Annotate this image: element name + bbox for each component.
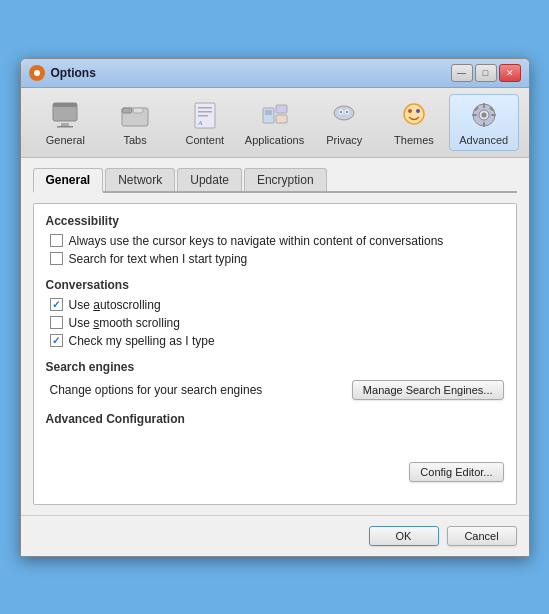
checkbox-search-typing[interactable] xyxy=(50,252,63,265)
title-controls: — □ ✕ xyxy=(451,64,521,82)
svg-point-24 xyxy=(408,109,412,113)
toolbar-label-advanced: Advanced xyxy=(459,134,508,146)
option-smooth-scrolling: Use smooth scrolling xyxy=(46,316,504,330)
minimize-button[interactable]: — xyxy=(451,64,473,82)
svg-point-18 xyxy=(334,106,354,120)
footer: OK Cancel xyxy=(21,515,529,556)
toolbar-label-content: Content xyxy=(186,134,225,146)
tab-encryption[interactable]: Encryption xyxy=(244,168,327,191)
option-cursor-keys: Always use the cursor keys to navigate w… xyxy=(46,234,504,248)
config-editor-button[interactable]: Config Editor... xyxy=(409,462,503,482)
toolbar-item-tabs[interactable]: Tabs xyxy=(100,94,170,151)
ok-button[interactable]: OK xyxy=(369,526,439,546)
toolbar-label-privacy: Privacy xyxy=(326,134,362,146)
svg-rect-30 xyxy=(483,122,485,127)
title-bar-left: Options xyxy=(29,65,96,81)
svg-rect-16 xyxy=(276,105,287,113)
advanced-config-title: Advanced Configuration xyxy=(46,412,504,426)
label-smooth-scrolling: Use smooth scrolling xyxy=(69,316,180,330)
privacy-icon xyxy=(328,99,360,131)
toolbar-item-privacy[interactable]: Privacy xyxy=(309,94,379,151)
search-engines-row: Change options for your search engines M… xyxy=(46,380,504,400)
toolbar-label-themes: Themes xyxy=(394,134,434,146)
svg-rect-32 xyxy=(491,114,496,116)
tab-general[interactable]: General xyxy=(33,168,104,193)
label-autoscrolling: Use autoscrolling xyxy=(69,298,161,312)
search-engines-title: Search engines xyxy=(46,360,504,374)
app-icon xyxy=(29,65,45,81)
svg-point-28 xyxy=(481,112,486,117)
toolbar-item-general[interactable]: General xyxy=(31,94,101,151)
advanced-config-section: Advanced Configuration Config Editor... xyxy=(46,412,504,482)
toolbar-item-content[interactable]: A Content xyxy=(170,94,240,151)
toolbar: General Tabs A xyxy=(21,88,529,158)
title-bar: Options — □ ✕ xyxy=(21,59,529,88)
svg-rect-31 xyxy=(472,114,477,116)
option-spell-check: Check my spelling as I type xyxy=(46,334,504,348)
settings-panel: Accessibility Always use the cursor keys… xyxy=(33,203,517,505)
window-title: Options xyxy=(51,66,96,80)
advanced-icon xyxy=(468,99,500,131)
svg-rect-4 xyxy=(61,123,69,126)
svg-rect-10 xyxy=(198,107,212,109)
conversations-title: Conversations xyxy=(46,278,504,292)
search-engines-label: Change options for your search engines xyxy=(50,383,263,397)
svg-text:A: A xyxy=(197,119,203,127)
applications-icon xyxy=(259,99,291,131)
content-icon: A xyxy=(189,99,221,131)
toolbar-label-tabs: Tabs xyxy=(123,134,146,146)
tabs-icon xyxy=(119,99,151,131)
tab-bar: General Network Update Encryption xyxy=(33,168,517,193)
svg-rect-7 xyxy=(122,108,132,113)
svg-rect-17 xyxy=(276,115,287,123)
svg-rect-8 xyxy=(133,108,143,113)
options-window: Options — □ ✕ General xyxy=(20,58,530,557)
option-autoscrolling: Use autoscrolling xyxy=(46,298,504,312)
toolbar-item-applications[interactable]: Applications xyxy=(240,94,310,151)
svg-rect-11 xyxy=(198,111,212,113)
svg-rect-15 xyxy=(265,110,272,115)
manage-search-engines-button[interactable]: Manage Search Engines... xyxy=(352,380,504,400)
svg-rect-29 xyxy=(483,103,485,108)
toolbar-label-general: General xyxy=(46,134,85,146)
search-engines-section: Search engines Change options for your s… xyxy=(46,360,504,400)
accessibility-title: Accessibility xyxy=(46,214,504,228)
svg-point-21 xyxy=(340,110,342,113)
svg-rect-3 xyxy=(53,103,77,107)
svg-rect-12 xyxy=(198,115,208,117)
tab-network[interactable]: Network xyxy=(105,168,175,191)
toolbar-item-themes[interactable]: Themes xyxy=(379,94,449,151)
label-cursor-keys: Always use the cursor keys to navigate w… xyxy=(69,234,444,248)
checkbox-smooth-scrolling[interactable] xyxy=(50,316,63,329)
checkbox-autoscrolling[interactable] xyxy=(50,298,63,311)
label-search-typing: Search for text when I start typing xyxy=(69,252,248,266)
content-area: General Network Update Encryption Access… xyxy=(21,158,529,515)
general-icon xyxy=(49,99,81,131)
svg-point-23 xyxy=(404,104,424,124)
advanced-config-area: Config Editor... xyxy=(46,432,504,482)
checkbox-cursor-keys[interactable] xyxy=(50,234,63,247)
svg-point-25 xyxy=(416,109,420,113)
svg-rect-5 xyxy=(57,126,73,128)
toolbar-label-applications: Applications xyxy=(245,134,304,146)
checkbox-spell-check[interactable] xyxy=(50,334,63,347)
cancel-button[interactable]: Cancel xyxy=(447,526,517,546)
close-button[interactable]: ✕ xyxy=(499,64,521,82)
option-search-typing: Search for text when I start typing xyxy=(46,252,504,266)
themes-icon xyxy=(398,99,430,131)
accessibility-section: Accessibility Always use the cursor keys… xyxy=(46,214,504,266)
toolbar-item-advanced[interactable]: Advanced xyxy=(449,94,519,151)
conversations-section: Conversations Use autoscrolling Use smoo… xyxy=(46,278,504,348)
maximize-button[interactable]: □ xyxy=(475,64,497,82)
tab-update[interactable]: Update xyxy=(177,168,242,191)
label-spell-check: Check my spelling as I type xyxy=(69,334,215,348)
svg-point-1 xyxy=(34,70,40,76)
svg-point-22 xyxy=(346,110,348,113)
